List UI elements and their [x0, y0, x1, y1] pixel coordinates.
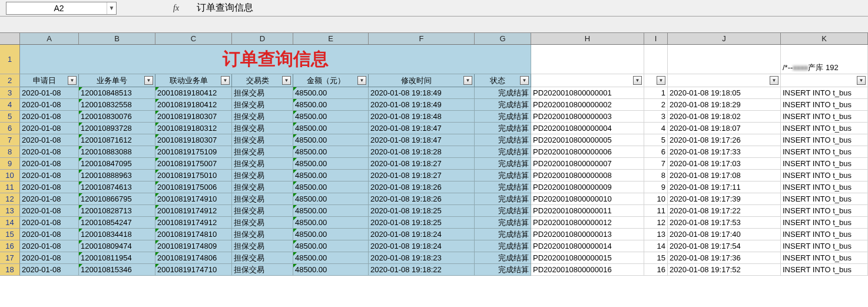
- cell-date[interactable]: 2020-01-08: [20, 252, 79, 264]
- cell-link-no[interactable]: 20010819180307: [155, 134, 232, 146]
- row-header[interactable]: 9: [0, 158, 20, 170]
- cell-seq[interactable]: 10: [644, 193, 668, 205]
- cell-pd[interactable]: PD2020010800000012: [531, 217, 644, 229]
- cell-sql[interactable]: INSERT INTO t_bus: [781, 123, 868, 134]
- cell-date[interactable]: 2020-01-08: [20, 123, 79, 134]
- cell-link-no[interactable]: 20010819175006: [155, 181, 232, 193]
- cell-link-no[interactable]: 20010819175007: [155, 158, 232, 170]
- cell-ts[interactable]: 2020-01-08 19:17:33: [668, 146, 781, 158]
- cell-order-no[interactable]: 120010874613: [79, 181, 155, 193]
- cell-status[interactable]: 完成结算: [475, 193, 531, 205]
- cell-seq[interactable]: 5: [644, 134, 668, 146]
- col-header-A[interactable]: A: [20, 33, 79, 44]
- select-all-corner[interactable]: [0, 33, 20, 44]
- cell-pd[interactable]: PD2020010800000004: [531, 123, 644, 134]
- cell-seq[interactable]: 4: [644, 123, 668, 134]
- cell-order-no[interactable]: 120010832558: [79, 99, 155, 111]
- cell-amount[interactable]: 48500.00: [293, 111, 369, 123]
- cell-seq[interactable]: 7: [644, 158, 668, 170]
- cell-tx-type[interactable]: 担保交易: [232, 264, 293, 276]
- cell-date[interactable]: 2020-01-08: [20, 158, 79, 170]
- cell-date[interactable]: 2020-01-08: [20, 134, 79, 146]
- cell-pd[interactable]: PD2020010800000008: [531, 170, 644, 181]
- cell-status[interactable]: 完成结算: [475, 99, 531, 111]
- row-header[interactable]: 16: [0, 240, 20, 252]
- cell-mod-time[interactable]: 2020-01-08 19:18:24: [369, 229, 475, 240]
- cell-link-no[interactable]: 20010819175010: [155, 170, 232, 181]
- cell-sql[interactable]: INSERT INTO t_bus: [781, 99, 868, 111]
- cell-tx-type[interactable]: 担保交易: [232, 134, 293, 146]
- cell-status[interactable]: 完成结算: [475, 111, 531, 123]
- col-header-H[interactable]: H: [531, 33, 644, 44]
- cell-sql[interactable]: INSERT INTO t_bus: [781, 111, 868, 123]
- cell-status[interactable]: 完成结算: [475, 181, 531, 193]
- cell-mod-time[interactable]: 2020-01-08 19:18:49: [369, 99, 475, 111]
- cell-sql[interactable]: INSERT INTO t_bus: [781, 217, 868, 229]
- cell-mod-time[interactable]: 2020-01-08 19:18:28: [369, 146, 475, 158]
- merged-title-cell[interactable]: 订单查询信息: [20, 45, 531, 74]
- cell-J1[interactable]: [668, 45, 781, 74]
- row-header-2[interactable]: 2: [0, 74, 20, 87]
- cell-pd[interactable]: PD2020010800000010: [531, 193, 644, 205]
- cell-sql[interactable]: INSERT INTO t_bus: [781, 87, 868, 99]
- cell-tx-type[interactable]: 担保交易: [232, 146, 293, 158]
- cell-K1[interactable]: /*--xxxx产库 192: [781, 45, 868, 74]
- cell-seq[interactable]: 2: [644, 99, 668, 111]
- cell-seq[interactable]: 8: [644, 170, 668, 181]
- filter-icon[interactable]: ▼: [520, 76, 529, 85]
- cell-sql[interactable]: INSERT INTO t_bus: [781, 134, 868, 146]
- cell-date[interactable]: 2020-01-08: [20, 87, 79, 99]
- cell-ts[interactable]: 2020-01-08 19:17:08: [668, 170, 781, 181]
- row-header[interactable]: 14: [0, 217, 20, 229]
- cell-link-no[interactable]: 20010819180412: [155, 99, 232, 111]
- cell-status[interactable]: 完成结算: [475, 170, 531, 181]
- cell-mod-time[interactable]: 2020-01-08 19:18:25: [369, 217, 475, 229]
- cell-order-no[interactable]: 120010883088: [79, 146, 155, 158]
- cell-mod-time[interactable]: 2020-01-08 19:18:26: [369, 181, 475, 193]
- filter-header-H[interactable]: ▼: [531, 74, 644, 87]
- col-header-I[interactable]: I: [644, 33, 668, 44]
- cell-ts[interactable]: 2020-01-08 19:17:39: [668, 193, 781, 205]
- cell-pd[interactable]: PD2020010800000009: [531, 181, 644, 193]
- filter-icon[interactable]: ▼: [463, 76, 472, 85]
- cell-amount[interactable]: 48500.00: [293, 134, 369, 146]
- filter-header-I[interactable]: ▼: [644, 74, 668, 87]
- cell-link-no[interactable]: 20010819174809: [155, 240, 232, 252]
- col-header-B[interactable]: B: [79, 33, 155, 44]
- cell-amount[interactable]: 48500.00: [293, 205, 369, 217]
- name-box-dropdown-icon[interactable]: ▼: [107, 2, 116, 14]
- cell-seq[interactable]: 6: [644, 146, 668, 158]
- cell-ts[interactable]: 2020-01-08 19:17:22: [668, 205, 781, 217]
- cell-ts[interactable]: 2020-01-08 19:17:52: [668, 264, 781, 276]
- cell-tx-type[interactable]: 担保交易: [232, 252, 293, 264]
- cell-sql[interactable]: INSERT INTO t_bus: [781, 158, 868, 170]
- cell-date[interactable]: 2020-01-08: [20, 229, 79, 240]
- filter-header-K[interactable]: ▼: [781, 74, 868, 87]
- cell-amount[interactable]: 48500.00: [293, 240, 369, 252]
- cell-ts[interactable]: 2020-01-08 19:18:07: [668, 123, 781, 134]
- cell-pd[interactable]: PD2020010800000007: [531, 158, 644, 170]
- cell-I1[interactable]: [644, 45, 668, 74]
- cell-date[interactable]: 2020-01-08: [20, 240, 79, 252]
- cell-seq[interactable]: 11: [644, 205, 668, 217]
- cell-link-no[interactable]: 20010819174912: [155, 205, 232, 217]
- col-header-K[interactable]: K: [781, 33, 868, 44]
- cell-ts[interactable]: 2020-01-08 19:17:36: [668, 252, 781, 264]
- cell-mod-time[interactable]: 2020-01-08 19:18:25: [369, 205, 475, 217]
- cell-tx-type[interactable]: 担保交易: [232, 205, 293, 217]
- cell-status[interactable]: 完成结算: [475, 123, 531, 134]
- cell-date[interactable]: 2020-01-08: [20, 205, 79, 217]
- cell-pd[interactable]: PD2020010800000013: [531, 229, 644, 240]
- row-header[interactable]: 11: [0, 181, 20, 193]
- cell-status[interactable]: 完成结算: [475, 87, 531, 99]
- cell-link-no[interactable]: 20010819174912: [155, 217, 232, 229]
- cell-amount[interactable]: 48500.00: [293, 264, 369, 276]
- filter-icon[interactable]: ▼: [144, 76, 153, 85]
- cell-date[interactable]: 2020-01-08: [20, 146, 79, 158]
- cell-mod-time[interactable]: 2020-01-08 19:18:47: [369, 123, 475, 134]
- cell-seq[interactable]: 13: [644, 229, 668, 240]
- cell-status[interactable]: 完成结算: [475, 217, 531, 229]
- cell-sql[interactable]: INSERT INTO t_bus: [781, 240, 868, 252]
- filter-header-F[interactable]: 修改时间▼: [369, 74, 475, 87]
- cell-ts[interactable]: 2020-01-08 19:17:40: [668, 229, 781, 240]
